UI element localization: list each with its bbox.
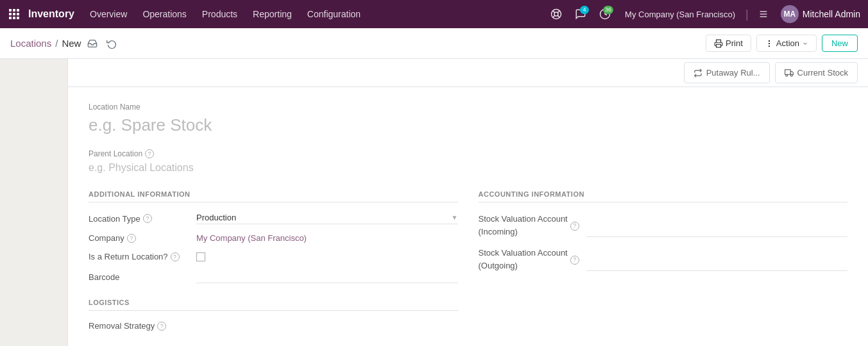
form-body: Location Name e.g. Spare Stock Parent Lo… [68, 87, 868, 346]
removal-strategy-row: Removal Strategy ? [89, 321, 458, 331]
breadcrumb-locations[interactable]: Locations [10, 38, 51, 49]
svg-rect-7 [13, 17, 15, 19]
svg-point-26 [790, 74, 792, 76]
user-menu[interactable]: MA Mitchell Admin [778, 5, 863, 23]
new-button[interactable]: New [822, 35, 858, 52]
location-type-select[interactable]: Production ▼ [196, 213, 458, 224]
company-selector[interactable]: My Company (San Francisco) [620, 10, 740, 19]
sections-row: ADDITIONAL INFORMATION Location Type ? P… [89, 190, 847, 340]
apps-icon[interactable] [5, 5, 23, 23]
user-avatar: MA [781, 5, 799, 23]
app-brand: Inventory [28, 8, 74, 20]
stock-val-incoming-input[interactable] [586, 213, 848, 237]
nav-reporting[interactable]: Reporting [245, 5, 300, 23]
location-type-caret: ▼ [452, 214, 458, 221]
svg-line-13 [557, 11, 559, 13]
breadcrumb-separator: / [55, 38, 58, 49]
stock-val-outgoing-help-icon[interactable]: ? [570, 256, 579, 265]
nav-operations[interactable]: Operations [135, 5, 194, 23]
topbar: Inventory Overview Operations Products R… [0, 0, 868, 28]
nav-products[interactable]: Products [194, 5, 245, 23]
nav-overview[interactable]: Overview [82, 5, 135, 23]
location-name-label: Location Name [89, 103, 847, 111]
stock-val-incoming-label: Stock Valuation Account(Incoming) ? [479, 213, 581, 238]
support-icon-btn[interactable] [547, 4, 566, 24]
action-button[interactable]: Action [756, 35, 817, 52]
svg-marker-24 [790, 71, 793, 74]
svg-rect-5 [17, 13, 19, 15]
discard-icon[interactable] [104, 36, 119, 51]
print-label: Print [726, 38, 743, 48]
removal-strategy-label: Removal Strategy ? [89, 321, 191, 331]
logistics-title: LOGISTICS [89, 299, 458, 311]
stock-val-outgoing-input[interactable] [586, 247, 848, 271]
svg-rect-3 [9, 13, 12, 15]
svg-rect-1 [13, 9, 15, 12]
topbar-separator: | [745, 8, 749, 21]
content-wrap: Putaway Rul... Current Stock Location Na… [0, 59, 868, 346]
company-help-icon[interactable]: ? [127, 234, 136, 243]
is-return-checkbox[interactable] [196, 252, 205, 261]
cloud-save-icon[interactable] [85, 36, 100, 51]
current-stock-label: Current Stock [797, 68, 848, 78]
location-type-value: Production [196, 213, 449, 222]
svg-point-22 [769, 45, 769, 46]
putaway-rules-tab[interactable]: Putaway Rul... [684, 62, 770, 83]
svg-rect-2 [17, 9, 19, 12]
location-type-help-icon[interactable]: ? [143, 214, 152, 223]
topbar-right: 4 36 My Company (San Francisco) | MA Mit… [547, 4, 863, 24]
location-type-row: Location Type ? Production ▼ [89, 213, 458, 224]
tab-bar: Putaway Rul... Current Stock [68, 59, 868, 87]
logistics-section: LOGISTICS Removal Strategy ? [89, 299, 458, 331]
company-label: Company ? [89, 233, 191, 243]
barcode-label: Barcode [89, 272, 191, 282]
parent-location-input[interactable]: e.g. Physical Locations [89, 161, 847, 175]
svg-point-25 [785, 74, 787, 76]
parent-location-help-icon[interactable]: ? [145, 149, 154, 158]
stock-val-incoming-row: Stock Valuation Account(Incoming) ? [479, 213, 848, 238]
stock-val-outgoing-row: Stock Valuation Account(Outgoing) ? [479, 247, 848, 272]
breadcrumb-new: New [62, 38, 81, 49]
location-type-label: Location Type ? [89, 214, 191, 224]
topbar-nav: Overview Operations Products Reporting C… [82, 5, 544, 23]
current-stock-tab[interactable]: Current Stock [775, 62, 858, 83]
action-label: Action [776, 38, 799, 48]
company-value[interactable]: My Company (San Francisco) [196, 233, 458, 243]
svg-point-10 [554, 12, 558, 16]
svg-line-14 [553, 15, 555, 17]
is-return-label: Is a Return Location? ? [89, 252, 191, 261]
main-content: Putaway Rul... Current Stock Location Na… [68, 59, 868, 346]
chat-badge: 4 [580, 6, 589, 14]
activity-badge: 36 [603, 6, 613, 14]
activity-icon-btn[interactable]: 36 [595, 4, 615, 24]
svg-rect-4 [13, 13, 15, 15]
secondary-bar-actions: Print Action New [706, 35, 858, 52]
additional-info-section: ADDITIONAL INFORMATION Location Type ? P… [89, 190, 458, 340]
svg-rect-19 [717, 44, 721, 47]
print-button[interactable]: Print [706, 35, 751, 52]
svg-rect-6 [9, 17, 12, 19]
user-name: Mitchell Admin [803, 9, 860, 19]
location-name-input[interactable]: e.g. Spare Stock [89, 114, 847, 136]
stock-val-incoming-help-icon[interactable]: ? [570, 222, 579, 231]
breadcrumb: Locations / New [10, 36, 701, 51]
additional-info-title: ADDITIONAL INFORMATION [89, 190, 458, 202]
svg-rect-8 [17, 17, 19, 19]
accounting-info-title: ACCOUNTING INFORMATION [479, 190, 848, 202]
parent-location-label: Parent Location [89, 149, 142, 158]
svg-rect-23 [785, 69, 790, 74]
sidebar [0, 59, 68, 346]
svg-point-20 [769, 40, 769, 41]
svg-rect-0 [9, 9, 12, 12]
svg-point-21 [769, 43, 769, 44]
nav-configuration[interactable]: Configuration [300, 5, 368, 23]
settings-icon-btn[interactable] [754, 4, 773, 24]
barcode-input[interactable] [196, 270, 458, 283]
chat-icon-btn[interactable]: 4 [571, 4, 590, 24]
is-return-row: Is a Return Location? ? [89, 252, 458, 261]
putaway-rules-label: Putaway Rul... [706, 68, 760, 78]
accounting-info-section: ACCOUNTING INFORMATION Stock Valuation A… [479, 190, 848, 340]
removal-strategy-help-icon[interactable]: ? [157, 322, 166, 331]
stock-val-outgoing-label: Stock Valuation Account(Outgoing) ? [479, 247, 581, 272]
is-return-help-icon[interactable]: ? [171, 252, 180, 261]
